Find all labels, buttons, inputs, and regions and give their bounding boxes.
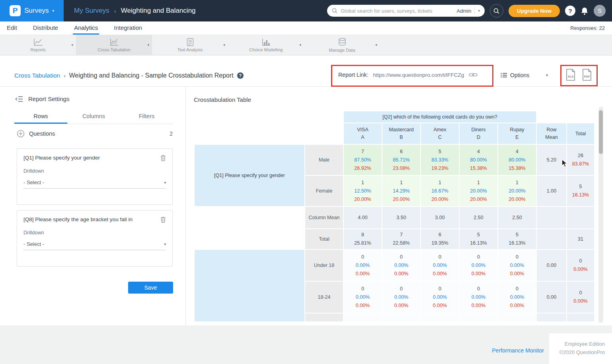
trash-icon[interactable] xyxy=(160,216,166,223)
help-icon[interactable]: ? xyxy=(237,72,244,79)
report-breadcrumb: Cross Tabulation › Weighting and Balanci… xyxy=(14,72,244,79)
breadcrumb-current: Weighting and Balancing xyxy=(121,7,196,15)
row-mean-cell: 0.00 xyxy=(537,282,566,313)
chevron-down-icon: ▾ xyxy=(164,242,166,246)
row-mean-cell: 0.00 xyxy=(537,250,566,281)
link-chain-icon[interactable] xyxy=(469,72,478,77)
upgrade-now-button[interactable]: Upgrade Now xyxy=(509,5,560,17)
pdf-file-icon[interactable]: PDF xyxy=(582,69,592,81)
choice-modelling-bars-icon xyxy=(262,38,271,46)
drilldown-label: Drilldown xyxy=(23,230,166,236)
analytics-toolbar: Reports ▾ Cross-Tabulation ▾ Text Analys… xyxy=(0,35,612,55)
tab-filters[interactable]: Filters xyxy=(120,110,173,124)
surveys-menu-button[interactable]: P Surveys ▾ xyxy=(0,0,64,21)
data-cell: 00.00%0.00% xyxy=(382,282,420,313)
toolbar-item-manage-data[interactable]: Manage Data ▾ xyxy=(304,35,380,55)
xls-label: XLS xyxy=(568,75,574,78)
toolbar-item-reports[interactable]: Reports ▾ xyxy=(0,35,76,55)
data-cell: 00.00%0.00% xyxy=(421,282,459,313)
data-cell: 120.00%20.00% xyxy=(460,176,497,206)
chevron-down-icon[interactable]: ▾ xyxy=(375,43,377,47)
questions-row: Questions 2 xyxy=(17,130,173,138)
chevron-down-icon[interactable]: ▾ xyxy=(299,43,301,47)
row-total-cell: 516.13% xyxy=(567,176,594,206)
bell-icon[interactable] xyxy=(581,7,589,15)
chevron-down-icon[interactable]: ▾ xyxy=(147,43,149,47)
search-input[interactable] xyxy=(341,8,454,14)
pdf-label: PDF xyxy=(584,75,590,78)
row-label: 18-24 xyxy=(305,282,343,313)
breadcrumb-my-surveys[interactable]: My Surveys xyxy=(74,7,109,15)
save-button[interactable]: Save xyxy=(128,282,173,294)
column-header: DinersD xyxy=(460,123,497,144)
toolbar-item-label: Cross-Tabulation xyxy=(97,47,131,52)
crosstab-table-title: Crosstabulation Table xyxy=(194,96,251,103)
toolbar-item-text-analysis[interactable]: Text Analysis ▾ xyxy=(152,35,228,55)
chevron-down-icon[interactable]: ▾ xyxy=(223,43,225,47)
report-header: Cross Tabulation › Weighting and Balanci… xyxy=(0,56,612,87)
vertical-scrollbar-track[interactable] xyxy=(598,107,603,323)
search-scope[interactable]: Admin xyxy=(457,8,472,14)
toolbar-item-choice-modelling[interactable]: Choice Modelling ▾ xyxy=(228,35,304,55)
performance-monitor-link[interactable]: Performance Monitor xyxy=(492,347,544,354)
span-header: [Q2] which of the following credit cards… xyxy=(344,111,536,123)
select-value: - Select - xyxy=(23,241,44,247)
vertical-scrollbar-thumb[interactable] xyxy=(599,110,603,154)
global-search[interactable]: Admin ▾ xyxy=(327,5,485,17)
chevron-down-icon: ▾ xyxy=(52,9,54,13)
options-button[interactable]: Options ▾ xyxy=(501,72,548,78)
crosstab-grid-icon xyxy=(110,38,119,46)
tab-columns[interactable]: Columns xyxy=(67,110,120,124)
data-cell: 722.58% xyxy=(382,229,420,249)
table-cell xyxy=(195,123,343,144)
drilldown-select[interactable]: - Select - ▾ xyxy=(23,238,166,250)
data-cell: 480.00%15.38% xyxy=(460,145,497,175)
product-label: Surveys xyxy=(24,7,49,15)
responses-count: Responses: 22 xyxy=(570,21,606,35)
row-total-cell: 00.00% xyxy=(567,282,594,313)
chevron-down-icon[interactable]: ▾ xyxy=(478,9,480,13)
topbar-actions: Admin ▾ Upgrade Now ? S xyxy=(327,4,612,18)
data-cell: 00.00%0.00% xyxy=(460,282,497,313)
drilldown-select[interactable]: - Select - ▾ xyxy=(23,177,166,189)
tab-integration[interactable]: Integration xyxy=(113,21,143,35)
row-mean-cell: 5.20 xyxy=(537,145,566,175)
chevron-down-icon[interactable]: ▾ xyxy=(71,43,73,47)
search-button[interactable] xyxy=(490,4,503,18)
report-link-url[interactable]: https://www.questionpro.com/t/lFFCZg xyxy=(373,72,464,78)
chevron-down-icon: ▾ xyxy=(546,73,548,77)
questions-count: 2 xyxy=(170,130,173,137)
row-label: Male xyxy=(305,145,343,175)
collapse-panel-icon[interactable] xyxy=(15,96,23,102)
tab-analytics[interactable]: Analytics xyxy=(73,21,99,35)
data-cell: 480.00%15.38% xyxy=(498,145,536,175)
table-row: Column Mean4.003.503.002.502.50 xyxy=(195,207,594,228)
crosstab-table: [Q2] which of the following credit cards… xyxy=(194,111,595,321)
toolbar-item-label: Text Analysis xyxy=(177,47,203,52)
options-label: Options xyxy=(510,72,529,78)
xls-file-icon[interactable]: XLS xyxy=(565,69,576,81)
data-cell xyxy=(344,313,382,321)
question-text: [Q1] Please specify your gender xyxy=(23,155,100,161)
question-text: [Q8] Please specify the age bracket you … xyxy=(23,216,133,222)
data-cell: 00.00%0.00% xyxy=(421,250,459,281)
data-cell: 114.29%20.00% xyxy=(382,176,420,206)
plus-circle-icon[interactable] xyxy=(17,130,25,138)
crosstab-table-wrap: [Q2] which of the following credit cards… xyxy=(194,111,600,321)
tab-distribute[interactable]: Distribute xyxy=(32,21,59,35)
column-header: VISAA xyxy=(344,123,382,144)
trash-icon[interactable] xyxy=(160,155,166,161)
crosstab-area: Crosstabulation Table [Q2] which of the … xyxy=(186,87,612,325)
search-icon xyxy=(493,8,499,14)
tab-edit[interactable]: Edit xyxy=(6,21,18,35)
data-cell: 516.13% xyxy=(498,229,536,249)
avatar[interactable]: S xyxy=(594,5,606,17)
questionpro-logo: P xyxy=(10,5,21,16)
toolbar-item-cross-tabulation[interactable]: Cross-Tabulation ▾ xyxy=(76,35,152,55)
help-button[interactable]: ? xyxy=(565,6,575,16)
tab-rows[interactable]: Rows xyxy=(14,110,67,124)
toolbar-item-label: Reports xyxy=(30,47,46,52)
cross-tabulation-link[interactable]: Cross Tabulation xyxy=(14,72,60,79)
data-cell xyxy=(421,313,459,321)
edition-box: Employee Edition ©2020 QuestionPro xyxy=(549,333,612,364)
